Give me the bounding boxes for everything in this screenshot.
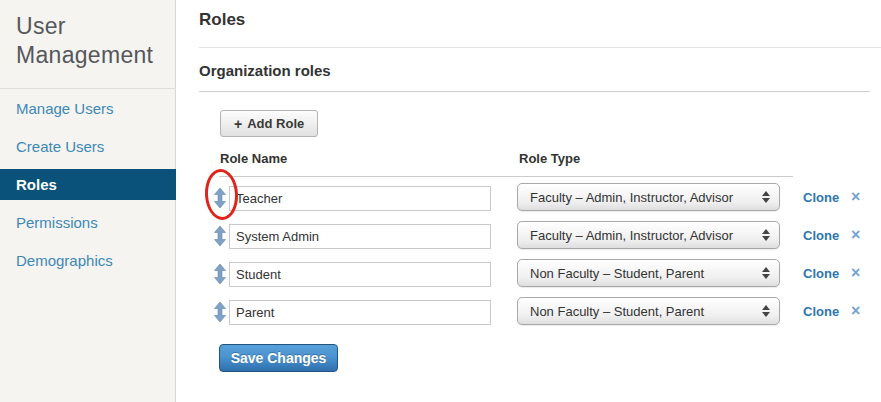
save-changes-button[interactable]: Save Changes	[219, 344, 338, 372]
role-type-selected-value: Non Faculty – Student, Parent	[518, 304, 762, 319]
drag-handle-icon[interactable]	[214, 226, 226, 246]
delete-role-icon[interactable]: ×	[851, 225, 860, 245]
role-type-select[interactable]: Faculty – Admin, Instructor, Advisor	[517, 221, 780, 249]
role-type-selected-value: Faculty – Admin, Instructor, Advisor	[518, 228, 762, 243]
select-arrows-icon	[762, 267, 770, 279]
sidebar-item-create-users[interactable]: Create Users	[0, 131, 176, 162]
app-title-line1: User	[16, 12, 153, 41]
drag-handle-icon[interactable]	[214, 302, 226, 322]
title-divider	[199, 47, 881, 48]
delete-role-icon[interactable]: ×	[851, 187, 860, 207]
drag-handle-icon[interactable]	[214, 264, 226, 284]
select-arrows-icon	[762, 191, 770, 203]
role-row-student: Non Faculty – Student, Parent Clone ×	[0, 259, 881, 289]
sidebar-item-manage-users[interactable]: Manage Users	[0, 93, 176, 124]
section-title: Organization roles	[199, 62, 331, 79]
delete-role-icon[interactable]: ×	[851, 301, 860, 321]
plus-icon: +	[234, 116, 242, 132]
role-row-teacher: Faculty – Admin, Instructor, Advisor Clo…	[0, 183, 881, 213]
role-type-select[interactable]: Non Faculty – Student, Parent	[517, 297, 780, 325]
column-header-role-name: Role Name	[220, 151, 287, 166]
role-type-select[interactable]: Non Faculty – Student, Parent	[517, 259, 780, 287]
user-management-app: User Management Manage Users Create User…	[0, 0, 881, 402]
select-arrows-icon	[762, 305, 770, 317]
role-row-parent: Non Faculty – Student, Parent Clone ×	[0, 297, 881, 327]
role-name-input[interactable]	[229, 224, 491, 249]
role-name-input[interactable]	[229, 262, 491, 287]
clone-link[interactable]: Clone	[803, 190, 839, 205]
add-role-label: Add Role	[247, 116, 304, 131]
sidebar-divider	[0, 88, 176, 89]
clone-link[interactable]: Clone	[803, 228, 839, 243]
role-row-system-admin: Faculty – Admin, Instructor, Advisor Clo…	[0, 221, 881, 251]
delete-role-icon[interactable]: ×	[851, 263, 860, 283]
column-header-role-type: Role Type	[519, 151, 580, 166]
role-name-input[interactable]	[229, 186, 491, 211]
role-type-select[interactable]: Faculty – Admin, Instructor, Advisor	[517, 183, 780, 211]
role-type-selected-value: Faculty – Admin, Instructor, Advisor	[518, 190, 762, 205]
app-title-line2: Management	[16, 41, 153, 70]
select-arrows-icon	[762, 229, 770, 241]
table-header-divider	[219, 176, 793, 177]
add-role-button[interactable]: + Add Role	[220, 110, 318, 137]
drag-handle-icon[interactable]	[214, 188, 226, 208]
clone-link[interactable]: Clone	[803, 304, 839, 319]
app-title: User Management	[16, 12, 153, 70]
page-title: Roles	[199, 10, 245, 30]
section-divider	[199, 91, 870, 92]
role-type-selected-value: Non Faculty – Student, Parent	[518, 266, 762, 281]
role-name-input[interactable]	[229, 300, 491, 325]
clone-link[interactable]: Clone	[803, 266, 839, 281]
